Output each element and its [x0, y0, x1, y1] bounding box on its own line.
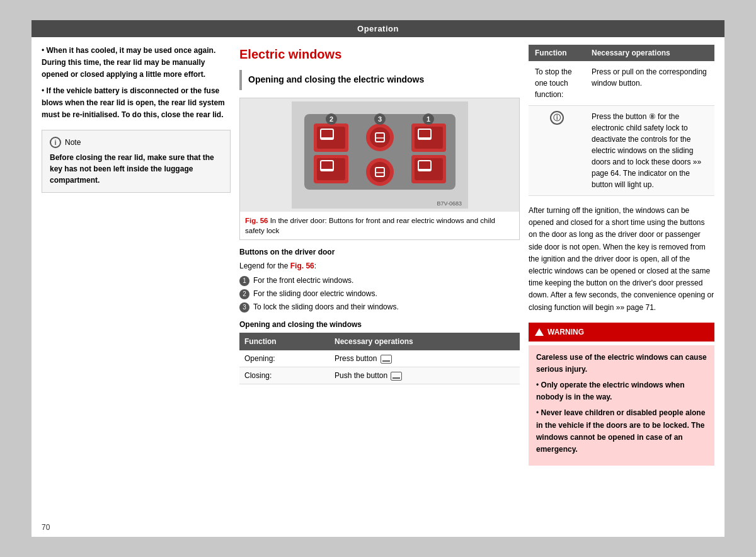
- col-header-operations: Necessary operations: [329, 333, 520, 350]
- left-para-1: • When it has cooled, it may be used onc…: [42, 45, 231, 81]
- svg-text:B7V-0683: B7V-0683: [437, 200, 462, 207]
- buttons-section-title: Buttons on the driver door: [239, 246, 520, 258]
- row-op-opening: Press button: [329, 350, 520, 367]
- note-icon: i: [50, 137, 61, 148]
- table-section-title: Opening and closing the windows: [239, 319, 520, 330]
- section-title: Electric windows: [239, 45, 520, 64]
- note-header: i Note: [50, 137, 222, 148]
- fig-caption-text: In the driver door: Buttons for front an…: [245, 217, 495, 234]
- func-col-header-ops: Necessary operations: [585, 45, 714, 61]
- func-cell-1-ops: Press or pull on the corresponding windo…: [585, 61, 714, 106]
- svg-point-15: [370, 162, 390, 182]
- page-number: 70: [42, 523, 50, 532]
- legend-fig-ref: Fig. 56: [290, 261, 314, 270]
- legend-num-1: 1: [239, 276, 249, 286]
- row-function-closing: Closing:: [239, 367, 329, 384]
- legend-item-2: 2 For the sliding door electric windows.: [239, 289, 520, 299]
- left-para-2: • If the vehicle battery is disconnected…: [42, 85, 231, 122]
- subsection-title: Opening and closing the electric windows: [239, 70, 520, 90]
- col-header-function: Function: [239, 333, 329, 350]
- func-row-1: To stop the one touch function: Press or…: [529, 61, 714, 106]
- warning-bullet-1: • Only operate the electric windows when…: [536, 379, 707, 403]
- table-row-opening: Opening: Press button: [239, 350, 520, 367]
- func-col-header-function: Function: [529, 45, 585, 61]
- header-title: Operation: [357, 24, 399, 33]
- page: Operation • When it has cooled, it may b…: [32, 20, 724, 537]
- figure-box: 2 3 1 B7V-0683 Fig. 56 In the driver doo…: [239, 98, 520, 240]
- func-cell-1-function: To stop the one touch function:: [529, 61, 585, 106]
- svg-text:3: 3: [377, 115, 381, 123]
- info-circle-icon: ⓘ: [550, 111, 564, 125]
- button-symbol-close: [391, 372, 402, 381]
- warning-bullet-2: • Never leave children or disabled peopl…: [536, 407, 707, 456]
- legend-intro: Legend for the Fig. 56:: [239, 260, 520, 272]
- table-row-closing: Closing: Push the button: [239, 367, 520, 384]
- left-text: • When it has cooled, it may be used onc…: [42, 45, 231, 121]
- note-box: i Note Before closing the rear lid, make…: [42, 130, 231, 193]
- legend-num-2: 2: [239, 289, 249, 299]
- header-bar: Operation: [32, 20, 724, 37]
- figure-caption: Fig. 56 In the driver door: Buttons for …: [240, 212, 519, 239]
- figure-image: 2 3 1 B7V-0683: [240, 98, 519, 212]
- warning-header-bar: WARNING: [529, 323, 714, 342]
- warning-bold-line: Careless use of the electric windows can…: [536, 352, 707, 376]
- func-cell-2-icon: ⓘ: [529, 106, 585, 196]
- function-table: Function Necessary operations To stop th…: [529, 45, 714, 196]
- figure-svg: 2 3 1 B7V-0683: [292, 101, 468, 209]
- note-label: Note: [65, 137, 81, 148]
- warning-section: WARNING Careless use of the electric win…: [529, 323, 714, 466]
- legend-text-1: For the front electric windows.: [253, 275, 353, 286]
- func-row-2: ⓘ Press the button ⑧ for the electronic …: [529, 106, 714, 196]
- body-text: After turning off the ignition, the wind…: [529, 205, 714, 314]
- warning-content: Careless use of the electric windows can…: [529, 345, 714, 466]
- legend-item-3: 3 To lock the sliding doors and their wi…: [239, 302, 520, 313]
- right-column: Function Necessary operations To stop th…: [529, 45, 714, 529]
- svg-text:1: 1: [426, 115, 430, 123]
- legend-num-3: 3: [239, 302, 249, 313]
- warning-label: WARNING: [547, 328, 584, 336]
- left-column: • When it has cooled, it may be used onc…: [42, 45, 231, 529]
- legend-text-3: To lock the sliding doors and their wind…: [253, 302, 399, 313]
- row-op-closing: Push the button: [329, 367, 520, 384]
- svg-point-11: [370, 127, 390, 147]
- func-cell-2-ops: Press the button ⑧ for the electronic ch…: [585, 106, 714, 196]
- button-symbol-open: [381, 355, 392, 364]
- fig-label: Fig. 56: [245, 217, 268, 224]
- open-close-table: Function Necessary operations Opening: P…: [239, 333, 520, 384]
- warning-triangle-icon: [535, 328, 544, 336]
- svg-text:2: 2: [329, 115, 333, 123]
- legend-item-1: 1 For the front electric windows.: [239, 275, 520, 286]
- note-text: Before closing the rear lid, make sure t…: [50, 152, 222, 186]
- content-area: • When it has cooled, it may be used onc…: [32, 37, 724, 537]
- legend-text-2: For the sliding door electric windows.: [253, 289, 377, 299]
- row-function-opening: Opening:: [239, 350, 329, 367]
- warning-header: WARNING: [535, 328, 708, 336]
- middle-column: Electric windows Opening and closing the…: [239, 45, 520, 529]
